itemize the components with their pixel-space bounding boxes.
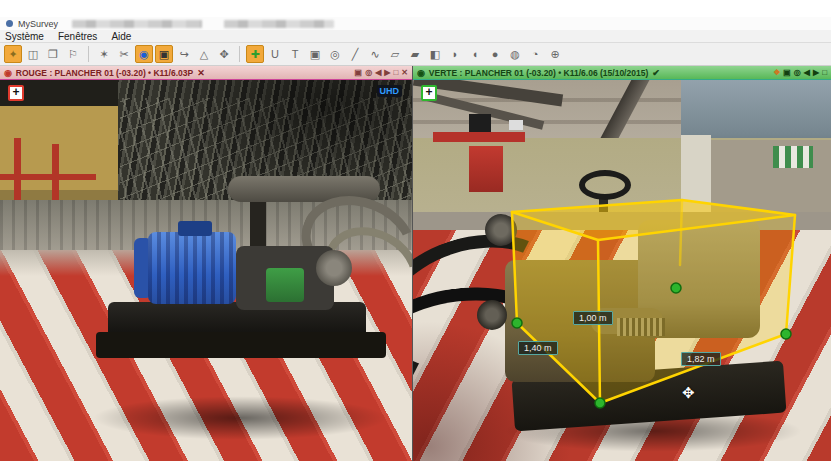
window-title: MySurvey [18, 19, 58, 29]
zoom-icon[interactable]: ◎ [365, 68, 372, 78]
panel-verte: ◉ VERTE : PLANCHER 01 (-03.20) • K11/6.0… [413, 66, 831, 461]
wedge-left-icon[interactable]: ◖ [466, 45, 484, 63]
panel-rouge-title: ROUGE : PLANCHER 01 (-03.20) • K11/6.03P [16, 68, 193, 78]
measurement-label-length[interactable]: 1,82 m [681, 352, 721, 366]
rouge-add-button[interactable]: + [8, 85, 24, 101]
wedge-right-icon[interactable]: ◗ [446, 45, 464, 63]
green-gearbox [266, 268, 304, 302]
desktop-strip-bottom [0, 461, 831, 467]
verte-check-icon[interactable]: ✔ [652, 68, 660, 78]
close-view-icon[interactable]: ✕ [401, 68, 408, 78]
polygon-tool-icon[interactable]: ▱ [386, 45, 404, 63]
app-window: MySurvey Système Fenêtres Aide ✦◫❐⚐✶✂◉▣↪… [0, 0, 831, 467]
blob-volume-icon[interactable]: ◍ [506, 45, 524, 63]
menu-aide[interactable]: Aide [111, 31, 131, 42]
previous-image-icon[interactable]: ◀ [804, 68, 810, 78]
sphere-icon[interactable]: ● [486, 45, 504, 63]
snapshot-icon[interactable]: ▣ [783, 68, 791, 78]
line-tool-icon[interactable]: ╱ [346, 45, 364, 63]
photo-tool-icon[interactable]: ▣ [306, 45, 324, 63]
panel-verte-title: VERTE : PLANCHER 01 (-03.20) • K11/6.06 … [429, 68, 648, 78]
dual-pages-icon[interactable]: ❐ [44, 45, 62, 63]
box-volume-icon[interactable]: ◧ [426, 45, 444, 63]
motor-junction-box [178, 221, 212, 236]
rouge-header-icons: ▣◎◀▶□✕ [355, 68, 408, 78]
sphere-axis-icon[interactable]: ⊕ [546, 45, 564, 63]
panel-verte-header[interactable]: ◉ VERTE : PLANCHER 01 (-03.20) • K11/6.0… [413, 66, 831, 80]
toolbar: ✦◫❐⚐✶✂◉▣↪△✥✚UT▣◎╱∿▱▰◧◗◖●◍◔⊕ [0, 43, 831, 66]
previous-image-icon[interactable]: ◀ [375, 68, 381, 78]
pump-flange [316, 250, 352, 286]
maximize-icon[interactable]: □ [822, 68, 827, 78]
camera-capture-icon[interactable]: ▣ [155, 45, 173, 63]
hook-tool-icon[interactable]: ↪ [175, 45, 193, 63]
measurement-label-height[interactable]: 1,00 m [573, 311, 613, 325]
maximize-icon[interactable]: □ [393, 68, 398, 78]
move-cursor-icon: ✥ [682, 384, 695, 402]
rouge-photo-viewport[interactable]: + UHD [0, 80, 412, 461]
text-tool-icon[interactable]: T [286, 45, 304, 63]
bounding-box-overlay[interactable] [413, 80, 831, 461]
pump-skid-base [96, 332, 386, 358]
rouge-target-icon: ◉ [4, 68, 12, 78]
app-dot-icon [6, 20, 13, 27]
titlebar-redacted-text [72, 20, 202, 28]
move-object-icon[interactable]: ✚ [246, 45, 264, 63]
rouge-close-icon[interactable]: ✕ [197, 68, 205, 78]
axis-move-icon[interactable]: ✥ [215, 45, 233, 63]
workspace: ◉ ROUGE : PLANCHER 01 (-03.20) • K11/6.0… [0, 66, 831, 461]
next-image-icon[interactable]: ▶ [813, 68, 819, 78]
next-image-icon[interactable]: ▶ [384, 68, 390, 78]
zoom-icon[interactable]: ◎ [794, 68, 801, 78]
snapshot-icon[interactable]: ▣ [355, 68, 363, 78]
verte-header-icons: ❖▣◎◀▶□ [773, 68, 827, 78]
toolbar-separator [239, 46, 240, 62]
verte-target-icon: ◉ [417, 68, 425, 78]
eye-visibility-icon[interactable]: ◉ [135, 45, 153, 63]
magic-wand-icon[interactable]: ✶ [95, 45, 113, 63]
verte-photo-viewport[interactable]: 1,00 m 1,40 m 1,82 m ✥ + [413, 80, 831, 461]
cut-icon[interactable]: ✂ [115, 45, 133, 63]
blue-motor [148, 232, 236, 304]
desktop-strip-top [0, 0, 831, 17]
menubar: Système Fenêtres Aide [0, 30, 831, 43]
menu-systeme[interactable]: Système [5, 31, 44, 42]
titlebar-redacted-text [224, 20, 334, 28]
pump-shadow [92, 396, 388, 440]
panel-rouge-header[interactable]: ◉ ROUGE : PLANCHER 01 (-03.20) • K11/6.0… [0, 66, 412, 80]
palette-icon[interactable]: ❖ [773, 68, 780, 78]
toolbar-separator [88, 46, 89, 62]
menu-fenetres[interactable]: Fenêtres [58, 31, 97, 42]
presentation-icon[interactable]: ⚐ [64, 45, 82, 63]
new-view-icon[interactable]: ✦ [4, 45, 22, 63]
verte-add-button[interactable]: + [421, 85, 437, 101]
filled-polygon-icon[interactable]: ▰ [406, 45, 424, 63]
panel-rouge: ◉ ROUGE : PLANCHER 01 (-03.20) • K11/6.0… [0, 66, 412, 461]
tripod-icon[interactable]: △ [195, 45, 213, 63]
measurement-label-width[interactable]: 1,40 m [518, 341, 558, 355]
blob-point-icon[interactable]: ◔ [526, 45, 544, 63]
uhd-badge: UHD [377, 85, 403, 97]
tag-marker-icon[interactable]: U [266, 45, 284, 63]
target-point-icon[interactable]: ◎ [326, 45, 344, 63]
split-layout-icon[interactable]: ◫ [24, 45, 42, 63]
polyline-tool-icon[interactable]: ∿ [366, 45, 384, 63]
titlebar[interactable]: MySurvey [0, 17, 831, 30]
red-railing-bar [0, 174, 96, 180]
